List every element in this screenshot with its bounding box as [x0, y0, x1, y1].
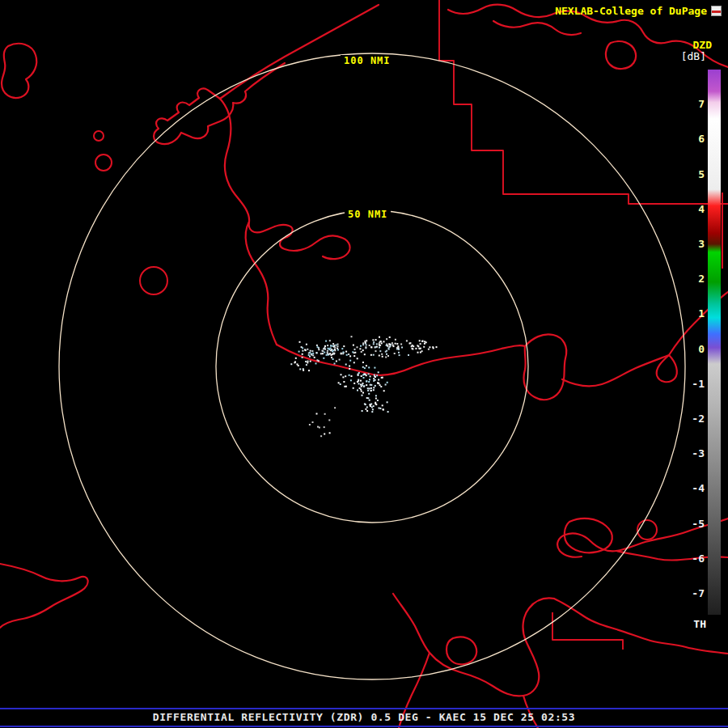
radar-echo-dot [341, 348, 343, 349]
radar-echo-dot [375, 385, 376, 387]
radar-echo-dot [330, 348, 332, 349]
radar-echo-dot [385, 357, 387, 358]
radar-echo-dot [351, 375, 353, 377]
range-ring-100nmi [59, 53, 685, 679]
radar-echo-dot [373, 387, 375, 388]
radar-echo-dot [392, 345, 394, 346]
radar-echo-dot [357, 358, 358, 359]
radar-echo-dot [309, 424, 311, 425]
radar-echo-dot [366, 384, 367, 386]
radar-echo-dot [318, 349, 320, 350]
radar-echo-dot [334, 349, 336, 351]
radar-echo-dot [364, 367, 366, 369]
radar-echo-dot [311, 354, 313, 356]
radar-echo-dot [373, 405, 375, 407]
range-ring-label-100nmi: 100 NMI [341, 55, 394, 66]
radar-echo-dot [351, 336, 353, 337]
radar-echo-dot [317, 426, 319, 428]
range-ring-label-50nmi: 50 NMI [345, 209, 391, 220]
radar-echo-dot [357, 381, 358, 383]
coastline-path [277, 345, 525, 375]
radar-echo-dot [380, 341, 382, 342]
coastline-path [393, 594, 554, 696]
radar-echo-dot [363, 377, 365, 379]
radar-echo-dot [290, 363, 292, 365]
radar-echo-dot [368, 373, 370, 375]
radar-echo-dot [409, 343, 411, 345]
radar-echo-dot [417, 345, 419, 347]
radar-echo-dot [366, 365, 367, 366]
radar-echo-dot [308, 370, 310, 371]
radar-echo-dot [312, 353, 314, 354]
radar-echo-dot [366, 340, 367, 341]
radar-echo-dot [341, 353, 342, 354]
radar-echo-dot [345, 386, 347, 387]
radar-echo-dot [360, 384, 362, 386]
radar-echo-dot [357, 390, 358, 392]
radar-echo-dot [392, 342, 393, 344]
radar-echo-dot [368, 381, 370, 383]
radar-echo-dot [358, 383, 360, 384]
radar-echo-dot [299, 368, 301, 370]
radar-echo-dot [322, 350, 324, 352]
radar-echo-dot [365, 374, 366, 375]
radar-echo-dot [343, 345, 345, 347]
radar-echo-dot [396, 347, 398, 349]
coastline-path [493, 21, 581, 35]
radar-echo-dot [371, 411, 373, 413]
colorbar-tick: -7 [692, 588, 705, 599]
colorbar-tick: -5 [692, 518, 705, 530]
radar-echo-dot [382, 356, 383, 358]
radar-echo-dot [353, 345, 354, 346]
colorbar-tick: 7 [698, 99, 705, 110]
radar-echo-dot [315, 352, 317, 353]
radar-echo-dot [362, 342, 364, 344]
radar-echo-dot [353, 383, 355, 384]
radar-echo-dot [310, 350, 311, 352]
radar-echo-dot [320, 353, 322, 354]
radar-echo-dot [362, 366, 364, 368]
coastline-path [447, 637, 476, 664]
radar-echo-dot [324, 347, 325, 349]
radar-echo-dot [353, 355, 355, 357]
colorbar-tick: -4 [692, 483, 705, 494]
radar-echo-dot [362, 410, 363, 412]
radar-echo-dot [315, 362, 317, 364]
radar-echo-dot [369, 345, 370, 346]
colorbar-tick: -6 [692, 553, 705, 565]
radar-echo-dot [375, 395, 377, 396]
status-divider-bottom [0, 726, 728, 727]
radar-echo-dot [361, 375, 362, 377]
radar-echo-dot [331, 357, 332, 358]
radar-echo-dot [436, 346, 438, 348]
radar-echo-dot [330, 349, 332, 351]
radar-echo-dot [367, 387, 369, 389]
radar-echo-dot [361, 386, 362, 387]
product-status-text: DIFFERENTIAL REFLECTIVITY (ZDR) 0.5 DEG … [0, 711, 728, 723]
brand-text: NEXLAB-College of DuPage [555, 5, 707, 17]
radar-echo-dot [424, 343, 425, 345]
radar-echo-dot [364, 353, 366, 355]
colorbar-units-label: [dB] [681, 50, 706, 62]
radar-echo-dot [386, 350, 387, 352]
radar-echo-dot [396, 343, 398, 345]
radar-echo-dot [339, 359, 341, 361]
radar-echo-dot [306, 344, 307, 345]
radar-echo-dot [363, 385, 365, 387]
radar-echo-dot [425, 341, 427, 343]
coastline-path [154, 63, 285, 144]
radar-echo-dot [329, 432, 331, 434]
radar-echo-dot [375, 339, 377, 341]
radar-echo-dot [373, 354, 375, 356]
radar-echo-dot [373, 343, 375, 345]
radar-echo-dot [387, 355, 389, 357]
radar-echo-dot [379, 345, 380, 346]
radar-echo-dot [358, 374, 359, 375]
radar-echo-dot [385, 384, 387, 386]
lake-outline [95, 154, 112, 171]
radar-echo-dot [399, 354, 400, 356]
radar-echo-dot [365, 346, 366, 348]
radar-echo-dot [371, 346, 373, 348]
radar-echo-dot [397, 345, 399, 347]
radar-echo-dot [360, 380, 362, 382]
